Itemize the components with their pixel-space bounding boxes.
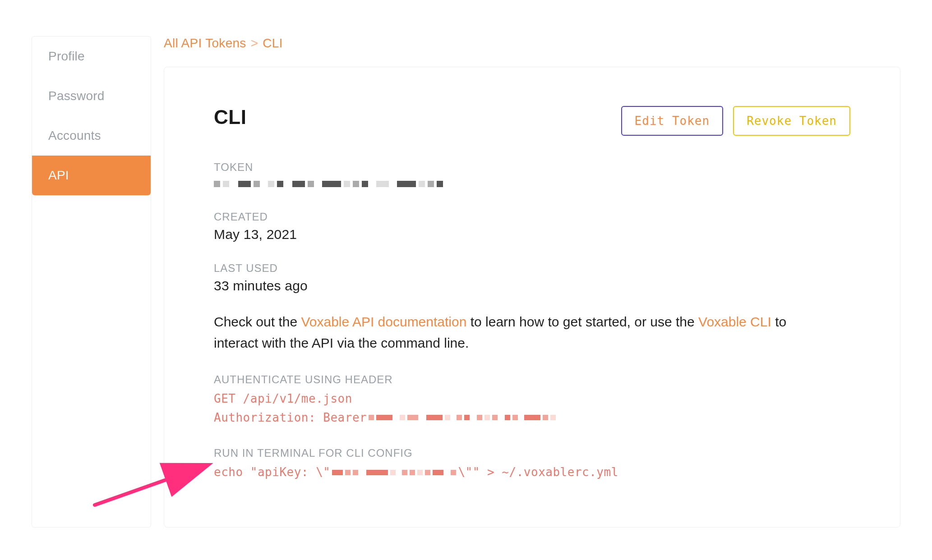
cli-code-prefix: echo "apiKey: \" bbox=[214, 463, 330, 482]
created-value: May 13, 2021 bbox=[214, 227, 850, 242]
sidebar-item-api[interactable]: API bbox=[32, 156, 151, 195]
settings-sidebar: Profile Password Accounts API bbox=[32, 36, 151, 528]
sidebar-item-accounts[interactable]: Accounts bbox=[32, 116, 151, 156]
breadcrumb: All API Tokens > CLI bbox=[164, 36, 900, 50]
api-documentation-link[interactable]: Voxable API documentation bbox=[301, 314, 466, 329]
sidebar-item-profile[interactable]: Profile bbox=[32, 37, 151, 76]
token-value-redacted bbox=[214, 177, 850, 191]
desc-text: Check out the bbox=[214, 314, 301, 329]
revoke-token-button[interactable]: Revoke Token bbox=[733, 106, 850, 136]
auth-token-redacted bbox=[369, 413, 556, 422]
voxable-cli-link[interactable]: Voxable CLI bbox=[698, 314, 771, 329]
breadcrumb-current: CLI bbox=[263, 36, 282, 50]
main-column: All API Tokens > CLI CLI Edit Token Revo… bbox=[164, 36, 900, 528]
sidebar-item-password[interactable]: Password bbox=[32, 76, 151, 116]
created-label: CREATED bbox=[214, 211, 850, 223]
page-title: CLI bbox=[214, 106, 246, 129]
card-header: CLI Edit Token Revoke Token bbox=[214, 106, 850, 136]
token-label: TOKEN bbox=[214, 161, 850, 174]
last-used-value: 33 minutes ago bbox=[214, 278, 850, 294]
breadcrumb-parent[interactable]: All API Tokens bbox=[164, 36, 246, 50]
cli-token-redacted bbox=[332, 468, 456, 477]
edit-token-button[interactable]: Edit Token bbox=[621, 106, 724, 136]
cli-config-label: RUN IN TERMINAL FOR CLI CONFIG bbox=[214, 447, 850, 459]
breadcrumb-separator-icon: > bbox=[251, 36, 258, 50]
last-used-label: LAST USED bbox=[214, 262, 850, 275]
desc-text: to learn how to get started, or use the bbox=[466, 314, 698, 329]
token-card: CLI Edit Token Revoke Token TOKEN bbox=[164, 67, 900, 528]
auth-header-label: AUTHENTICATE USING HEADER bbox=[214, 373, 850, 386]
auth-code-line-1: GET /api/v1/me.json bbox=[214, 390, 850, 409]
auth-code-line-2: Authorization: Bearer bbox=[214, 409, 850, 427]
auth-bearer-prefix: Authorization: Bearer bbox=[214, 409, 367, 427]
description-paragraph: Check out the Voxable API documentation … bbox=[214, 312, 818, 353]
card-actions: Edit Token Revoke Token bbox=[621, 106, 850, 136]
cli-config-code: echo "apiKey: \" \"" > ~/.voxablerc.yml bbox=[214, 463, 850, 482]
page-wrap: Profile Password Accounts API All API To… bbox=[0, 0, 932, 560]
cli-code-suffix: \"" > ~/.voxablerc.yml bbox=[458, 463, 618, 482]
